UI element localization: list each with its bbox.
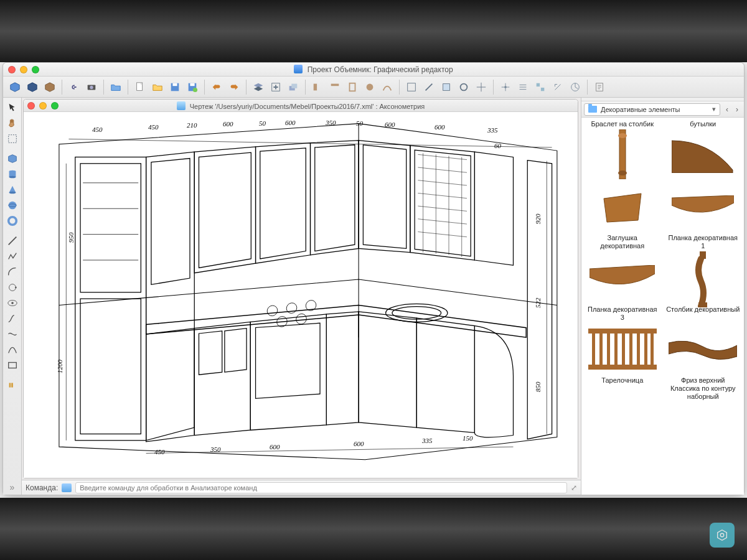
library-fwd-icon[interactable]: › bbox=[733, 105, 741, 114]
zoom-button[interactable] bbox=[32, 66, 39, 73]
tb-cube-blue[interactable] bbox=[7, 79, 23, 95]
tb-export-icon[interactable] bbox=[591, 79, 608, 95]
library-thumb-frieze bbox=[669, 325, 737, 375]
svg-point-38 bbox=[9, 284, 16, 291]
tb-cube-dark[interactable] bbox=[24, 79, 40, 95]
doc-close-button[interactable] bbox=[27, 102, 35, 110]
library-item[interactable]: бутылки bbox=[666, 120, 741, 179]
dim-left-0: 1200 bbox=[56, 360, 63, 373]
tb-opt-3-icon[interactable] bbox=[532, 79, 548, 95]
library-folder-select[interactable]: Декоративные элементы ▾ bbox=[584, 103, 720, 116]
vt-orbit-icon[interactable] bbox=[5, 280, 20, 295]
vt-spline-icon[interactable] bbox=[5, 327, 20, 342]
vt-select-rect-icon[interactable] bbox=[5, 131, 20, 146]
vt-polyline-icon[interactable] bbox=[5, 249, 20, 264]
library-item[interactable]: Браслет на столбик bbox=[585, 120, 660, 179]
vt-line-icon[interactable] bbox=[5, 233, 20, 248]
vt-cube-icon[interactable] bbox=[5, 151, 20, 166]
chat-icon bbox=[715, 528, 729, 542]
vt-sphere-icon[interactable] bbox=[5, 198, 20, 213]
tb-layer-add-icon[interactable] bbox=[268, 79, 284, 95]
tb-cube-brown[interactable] bbox=[42, 79, 58, 95]
close-button[interactable] bbox=[8, 66, 16, 73]
dim-top-3: 600 bbox=[223, 120, 233, 128]
tb-tool-3-icon[interactable] bbox=[438, 79, 454, 95]
svg-rect-9 bbox=[190, 83, 194, 86]
tb-tool-5-icon[interactable] bbox=[473, 79, 489, 95]
tb-open-icon[interactable] bbox=[149, 79, 166, 95]
library-item[interactable]: Столбик декоративный bbox=[666, 254, 741, 322]
dim-bot-5: 150 bbox=[463, 434, 473, 442]
svg-point-10 bbox=[193, 87, 197, 91]
dim-top-1: 450 bbox=[148, 123, 159, 131]
tb-opt-4-icon[interactable] bbox=[550, 79, 566, 95]
svg-rect-28 bbox=[8, 135, 16, 143]
tb-obj-e-icon[interactable] bbox=[379, 79, 395, 95]
tb-tool-1-icon[interactable] bbox=[403, 79, 420, 95]
vt-rect-icon[interactable] bbox=[5, 358, 20, 373]
dim-top-5: 600 bbox=[285, 119, 296, 126]
vt-cursor-icon[interactable] bbox=[5, 100, 20, 115]
tb-sep bbox=[493, 80, 494, 95]
vt-curve-icon[interactable] bbox=[5, 342, 20, 357]
tb-opt-2-icon[interactable] bbox=[515, 79, 531, 95]
drawing-canvas[interactable]: 450 450 210 600 50 600 350 50 600 600 33… bbox=[24, 112, 578, 478]
dim-bot-4: 335 bbox=[422, 437, 433, 444]
tb-obj-b-icon[interactable] bbox=[327, 79, 343, 95]
vt-torus-icon[interactable] bbox=[5, 213, 20, 228]
doc-minimize-button[interactable] bbox=[39, 102, 47, 110]
vt-eye-icon[interactable] bbox=[5, 296, 20, 310]
svg-rect-70 bbox=[644, 334, 647, 365]
tb-opt-1-icon[interactable] bbox=[497, 79, 514, 95]
vt-cylinder-icon[interactable] bbox=[5, 167, 20, 182]
svg-rect-66 bbox=[614, 334, 618, 365]
tb-redo-icon[interactable] bbox=[226, 79, 242, 95]
tb-camera-icon[interactable] bbox=[83, 79, 100, 95]
tb-link-icon[interactable] bbox=[66, 79, 82, 95]
tb-sep bbox=[204, 80, 205, 95]
library-item[interactable]: Фриз верхний Классика по контуру наборны… bbox=[666, 325, 741, 401]
library-item-label: Заглушка декоративная bbox=[585, 234, 660, 250]
vt-hand-icon[interactable] bbox=[5, 116, 20, 131]
tb-folder-open-icon[interactable] bbox=[108, 79, 124, 95]
tb-tool-4-icon[interactable] bbox=[456, 79, 472, 95]
tb-obj-a-icon[interactable] bbox=[309, 79, 326, 95]
dim-top-7: 50 bbox=[356, 119, 363, 127]
dim-left-1: 950 bbox=[67, 233, 75, 243]
content-area: » Чертеж '/Users/yuriy/Documents/Mebel/П… bbox=[3, 98, 744, 495]
library-back-icon[interactable]: ‹ bbox=[723, 105, 731, 114]
library-thumb-bracelet bbox=[588, 129, 657, 179]
tb-save-as-icon[interactable] bbox=[184, 79, 200, 95]
tb-obj-c-icon[interactable] bbox=[344, 79, 360, 95]
command-scroll-icon[interactable]: ⤢ bbox=[571, 483, 577, 492]
vt-cone-icon[interactable] bbox=[5, 182, 20, 197]
library-thumb-column bbox=[669, 254, 737, 304]
tb-opt-5-icon[interactable] bbox=[567, 79, 583, 95]
tb-obj-d-icon[interactable] bbox=[362, 79, 378, 95]
svg-rect-25 bbox=[541, 87, 544, 90]
library-item[interactable]: Заглушка декоративная bbox=[585, 183, 660, 250]
vt-path-icon[interactable] bbox=[5, 311, 20, 326]
tb-tool-2-icon[interactable] bbox=[421, 79, 437, 95]
svg-point-39 bbox=[15, 287, 17, 289]
doc-zoom-button[interactable] bbox=[51, 102, 59, 110]
svg-point-41 bbox=[11, 302, 14, 304]
library-item[interactable]: Планка декоративная 1 bbox=[666, 183, 741, 250]
tb-new-doc-icon[interactable] bbox=[132, 79, 148, 95]
vt-arc-icon[interactable] bbox=[5, 264, 20, 279]
svg-point-37 bbox=[8, 217, 16, 225]
chat-widget[interactable] bbox=[710, 523, 735, 548]
tb-undo-icon[interactable] bbox=[209, 79, 225, 95]
svg-marker-29 bbox=[8, 155, 16, 163]
command-input[interactable] bbox=[75, 482, 567, 493]
library-item[interactable]: Планка декоративная 3 bbox=[585, 254, 660, 322]
tb-layer-group-icon[interactable] bbox=[285, 79, 301, 95]
tb-save-icon[interactable] bbox=[167, 79, 183, 95]
tb-layers-icon[interactable] bbox=[250, 79, 266, 95]
svg-rect-63 bbox=[592, 334, 595, 365]
vt-collapse-icon[interactable]: » bbox=[5, 480, 20, 495]
library-item[interactable]: Тарелочница bbox=[585, 325, 660, 401]
vertical-toolbar: » bbox=[3, 98, 22, 495]
vt-more-icon[interactable] bbox=[5, 378, 20, 393]
minimize-button[interactable] bbox=[20, 66, 27, 73]
